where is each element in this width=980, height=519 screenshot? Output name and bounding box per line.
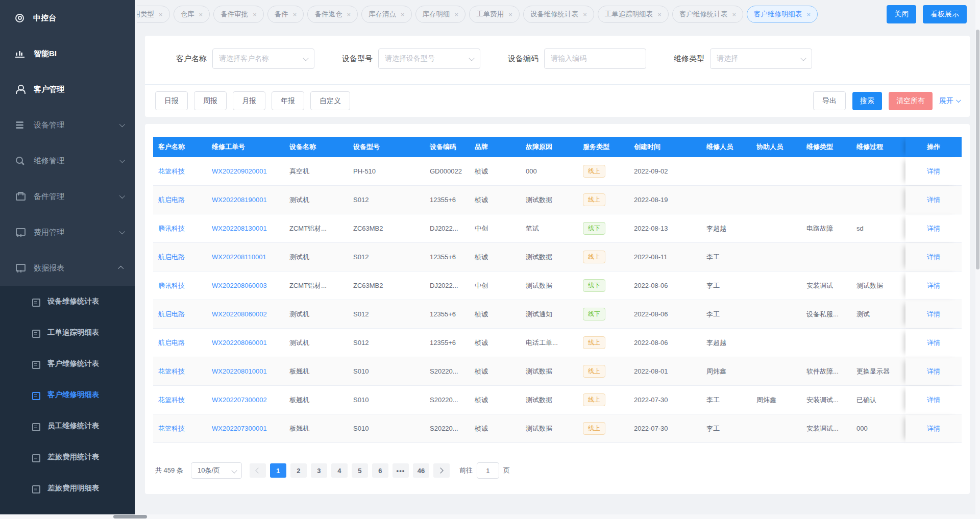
clear-all-button[interactable]: 清空所有 — [889, 92, 933, 110]
close-tab-icon[interactable]: × — [253, 11, 257, 18]
page-button[interactable]: 3 — [311, 463, 327, 478]
sidebar-item[interactable]: 费用管理 — [0, 214, 135, 250]
vertical-scrollbar[interactable] — [975, 0, 980, 519]
sidebar-item[interactable]: 客户管理 — [0, 71, 135, 107]
tab-chip[interactable]: 工单追踪明细表 × — [598, 6, 669, 23]
prev-page-button[interactable] — [250, 463, 266, 478]
period-button[interactable]: 自定义 — [310, 91, 350, 110]
work-order-link[interactable]: WX202208060001 — [212, 339, 267, 347]
detail-link[interactable]: 详情 — [927, 253, 940, 262]
tab-chip[interactable]: 仓库 × — [174, 6, 210, 23]
tab-chip[interactable]: 备件返仓 × — [307, 6, 358, 23]
close-tab-icon[interactable]: × — [401, 11, 405, 18]
filter-control[interactable]: 请选择设备型号 — [378, 48, 480, 69]
page-button[interactable]: 4 — [331, 463, 348, 478]
detail-link[interactable]: 详情 — [927, 396, 940, 405]
customer-link[interactable]: 腾讯科技 — [158, 225, 185, 232]
sidebar-item[interactable]: 智能BI — [0, 36, 135, 71]
tab-chip[interactable]: 设备维修统计表 × — [523, 6, 594, 23]
customer-link[interactable]: 航启电路 — [158, 310, 185, 318]
period-button[interactable]: 年报 — [272, 91, 304, 110]
sidebar-subitem[interactable]: 客户维修统计表 — [0, 348, 135, 379]
work-order-link[interactable]: WX202208190001 — [212, 196, 267, 204]
tab-chip[interactable]: 备件 × — [267, 6, 304, 23]
work-order-link[interactable]: WX202207300002 — [212, 396, 267, 404]
work-order-link[interactable]: WX202207300001 — [212, 425, 267, 432]
export-button[interactable]: 导出 — [813, 91, 846, 110]
detail-link[interactable]: 详情 — [927, 195, 940, 205]
board-display-button[interactable]: 看板展示 — [923, 5, 967, 23]
close-tab-icon[interactable]: × — [347, 11, 351, 18]
page-button[interactable]: 6 — [372, 463, 388, 478]
close-tab-icon[interactable]: × — [732, 11, 736, 18]
vertical-scrollbar-thumb[interactable] — [976, 30, 979, 269]
period-button[interactable]: 周报 — [194, 91, 227, 110]
sidebar-subitem[interactable]: 差旅费用明细表 — [0, 473, 135, 504]
detail-link[interactable]: 详情 — [927, 281, 940, 290]
next-page-button[interactable] — [433, 463, 450, 478]
detail-link[interactable]: 详情 — [927, 424, 940, 433]
sidebar-subitem[interactable]: 员工维修统计表 — [0, 410, 135, 441]
close-button[interactable]: 关闭 — [887, 5, 916, 23]
sidebar-subitem[interactable]: 工单追踪明细表 — [0, 317, 135, 348]
close-tab-icon[interactable]: × — [508, 11, 512, 18]
page-button[interactable]: 46 — [413, 463, 429, 478]
customer-link[interactable]: 航启电路 — [158, 253, 185, 261]
search-button[interactable]: 搜索 — [852, 92, 882, 110]
work-order-link[interactable]: WX202208130001 — [212, 225, 267, 232]
filter-control[interactable]: 请选择客户名称 — [212, 48, 314, 69]
work-order-link[interactable]: WX202208010001 — [212, 367, 267, 375]
detail-link[interactable]: 详情 — [927, 224, 940, 233]
customer-link[interactable]: 花篮科技 — [158, 396, 185, 404]
close-tab-icon[interactable]: × — [657, 11, 662, 18]
detail-link[interactable]: 详情 — [927, 310, 940, 319]
filter-control[interactable]: 请选择 — [710, 48, 812, 69]
customer-link[interactable]: 航启电路 — [158, 196, 185, 204]
tab-chip[interactable]: 客户维修明细表 × — [747, 6, 818, 23]
close-tab-icon[interactable]: × — [455, 11, 459, 18]
customer-link[interactable]: 航启电路 — [158, 339, 185, 347]
close-tab-icon[interactable]: × — [199, 11, 203, 18]
page-button[interactable]: 5 — [352, 463, 368, 478]
tab-chip[interactable]: 库存清点 × — [361, 6, 412, 23]
period-button[interactable]: 月报 — [233, 91, 265, 110]
sidebar-item[interactable]: 备件管理 — [0, 179, 135, 214]
tab-chip[interactable]: 费用类型 × — [137, 6, 170, 23]
tab-chip[interactable]: 客户维修统计表 × — [672, 6, 743, 23]
page-size-select[interactable]: 10条/页 — [191, 462, 242, 479]
page-button[interactable]: 2 — [290, 463, 307, 478]
work-order-link[interactable]: WX202208060003 — [212, 282, 267, 289]
tab-chip[interactable]: 库存明细 × — [415, 6, 466, 23]
detail-link[interactable]: 详情 — [927, 167, 940, 176]
close-tab-icon[interactable]: × — [159, 11, 163, 18]
customer-link[interactable]: 花篮科技 — [158, 367, 185, 375]
customer-link[interactable]: 腾讯科技 — [158, 282, 185, 289]
page-button[interactable]: 1 — [270, 463, 286, 478]
close-tab-icon[interactable]: × — [293, 11, 297, 18]
tab-chip[interactable]: 备件审批 × — [213, 6, 264, 23]
detail-link[interactable]: 详情 — [927, 367, 940, 376]
work-order-link[interactable]: WX202209020001 — [212, 167, 267, 175]
sidebar-item[interactable]: 中控台 — [0, 0, 135, 36]
horizontal-scrollbar-thumb[interactable] — [113, 515, 147, 518]
goto-page-input[interactable] — [477, 462, 499, 479]
page-button[interactable]: ••• — [393, 463, 409, 478]
sidebar-subitem[interactable]: 差旅费用统计表 — [0, 441, 135, 473]
sidebar-item[interactable]: 数据报表 — [0, 250, 135, 286]
sidebar-item[interactable]: 维修管理 — [0, 143, 135, 179]
customer-link[interactable]: 花篮科技 — [158, 425, 185, 432]
work-order-link[interactable]: WX202208060002 — [212, 310, 267, 318]
close-tab-icon[interactable]: × — [583, 11, 587, 18]
sidebar-subitem[interactable]: 客户维修明细表 — [0, 379, 135, 410]
expand-toggle[interactable]: 展开 — [939, 96, 960, 106]
close-tab-icon[interactable]: × — [807, 11, 811, 18]
tab-chip[interactable]: 工单费用 × — [469, 6, 520, 23]
filter-control[interactable]: 请输入编码 — [544, 48, 646, 69]
work-order-link[interactable]: WX202208110001 — [212, 253, 266, 261]
sidebar-item[interactable]: 设备管理 — [0, 107, 135, 143]
horizontal-scrollbar[interactable] — [0, 514, 980, 519]
detail-link[interactable]: 详情 — [927, 338, 940, 348]
sidebar-subitem[interactable]: 设备维修统计表 — [0, 286, 135, 317]
period-button[interactable]: 日报 — [155, 91, 188, 110]
customer-link[interactable]: 花篮科技 — [158, 167, 185, 175]
